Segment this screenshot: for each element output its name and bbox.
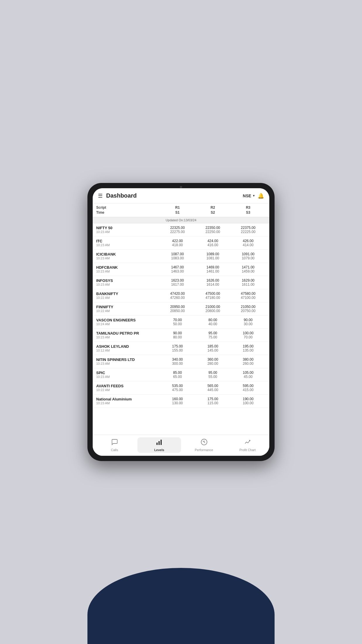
row-r3s3: 195.00 135.00: [230, 344, 266, 352]
s3-value: 20750.00: [241, 309, 256, 313]
row-r2s2: 47500.00 47180.00: [195, 292, 230, 300]
calls-icon: [111, 439, 118, 447]
table-row[interactable]: National Aluminium 10:23 AM 160.00 130.0…: [93, 395, 269, 408]
nav-item-performance[interactable]: Performance: [182, 437, 226, 453]
script-name: ITC: [96, 239, 160, 243]
table-row[interactable]: AVANTI FEEDS 10:22 AM 535.00 475.00 565.…: [93, 381, 269, 395]
script-name: TAMILNADU PETRO PR: [96, 331, 160, 335]
s1-value: 1463.00: [171, 269, 184, 273]
column-headers: Script Time R1 S1 R2 S2 R3 S3: [93, 203, 269, 217]
nav-label-levels: Levels: [154, 448, 164, 452]
script-time: 10:23 AM: [96, 256, 160, 260]
r3-value: 1629.00: [242, 278, 254, 282]
s3-value: 100.00: [243, 401, 254, 405]
s2-value: 1614.00: [206, 282, 219, 287]
script-time: 10:23 AM: [96, 270, 160, 273]
performance-icon: [201, 439, 208, 447]
s1-value: 155.00: [172, 348, 183, 352]
table-row[interactable]: NIFTY 50 10:23 AM 22325.00 22275.00 2235…: [93, 223, 269, 237]
svg-rect-2: [161, 440, 162, 445]
row-r2s2: 360.00 280.00: [195, 357, 230, 366]
s1-value: 47260.00: [170, 296, 185, 300]
r2-value: 1469.00: [206, 265, 219, 269]
table-row[interactable]: VASCON ENGINEERS 10:24 AM 70.00 50.00 80…: [93, 316, 269, 329]
r2-value: 22350.00: [206, 226, 220, 230]
table-container[interactable]: NIFTY 50 10:23 AM 22325.00 22275.00 2235…: [93, 223, 269, 435]
script-time: 10:23 AM: [96, 401, 160, 405]
r3-value: 1091.00: [242, 252, 254, 256]
nav-item-profit-chart[interactable]: Profit Chart: [226, 437, 269, 453]
table-row[interactable]: ITC 10:23 AM 422.00 418.00 424.00 416.00…: [93, 237, 269, 250]
table-row[interactable]: INFOSYS 10:23 AM 1623.00 1617.00 1626.00…: [93, 276, 269, 289]
row-r1s1: 70.00 50.00: [160, 318, 195, 326]
row-r1s1: 340.00 300.00: [160, 357, 195, 366]
table-row[interactable]: ASHOK LEYLAND 10:12 AM 175.00 155.00 185…: [93, 342, 269, 355]
notification-bell-icon[interactable]: 🔔: [258, 193, 264, 199]
table-row[interactable]: HDFCBANK 10:23 AM 1467.00 1463.00 1469.0…: [93, 263, 269, 276]
nav-item-calls[interactable]: Calls: [93, 437, 136, 453]
script-name: FINNIFTY: [96, 305, 160, 309]
row-r2s2: 1626.00 1614.00: [195, 278, 230, 287]
nav-label-calls: Calls: [111, 448, 118, 452]
s2-value: 1461.00: [206, 269, 219, 273]
script-time: 10:23 AM: [96, 362, 160, 365]
tablet-screen: ☰ Dashboard NSE ▼ 🔔 Script Time R1: [93, 188, 269, 456]
table-row[interactable]: NITIN SPINNERS LTD 10:23 AM 340.00 300.0…: [93, 355, 269, 368]
r2-value: 47500.00: [206, 292, 220, 296]
r2-value: 565.00: [207, 384, 218, 388]
script-name: NITIN SPINNERS LTD: [96, 357, 160, 362]
r2-value: 95.00: [208, 331, 217, 335]
r3-value: 22375.00: [241, 226, 256, 230]
s3-value: 1611.00: [242, 282, 254, 287]
r1-value: 22325.00: [170, 226, 185, 230]
row-script: HDFCBANK 10:23 AM: [96, 265, 160, 273]
script-name: HDFCBANK: [96, 265, 160, 270]
row-r1s1: 20950.00 20850.00: [160, 305, 195, 313]
s3-value: 260.00: [243, 362, 254, 366]
r3-value: 195.00: [243, 344, 254, 348]
table-row[interactable]: FINNIFTY 10:22 AM 20950.00 20850.00 2100…: [93, 302, 269, 316]
row-r1s1: 535.00 475.00: [160, 384, 195, 392]
table-row[interactable]: SPIC 10:23 AM 85.00 65.00 95.00 55.00 10…: [93, 368, 269, 381]
s1-value: 1617.00: [171, 282, 184, 287]
row-script: National Aluminium 10:23 AM: [96, 397, 160, 405]
script-name: INFOSYS: [96, 278, 160, 283]
row-r2s2: 95.00 55.00: [195, 371, 230, 379]
script-time: 10:22 AM: [96, 309, 160, 313]
menu-icon[interactable]: ☰: [98, 193, 103, 199]
s2-value: 40.00: [208, 322, 217, 326]
r1-value: 535.00: [172, 384, 183, 388]
script-time: 10:22 AM: [96, 296, 160, 299]
row-r2s2: 424.00 416.00: [195, 239, 230, 247]
row-r1s1: 22325.00 22275.00: [160, 226, 195, 234]
script-time: 10:23 AM: [96, 375, 160, 378]
row-r2s2: 21000.00 20800.00: [195, 305, 230, 313]
exchange-selector[interactable]: NSE ▼: [243, 193, 255, 198]
table-row[interactable]: ICICIBANK 10:23 AM 1087.00 1083.00 1089.…: [93, 250, 269, 263]
nav-item-levels[interactable]: Levels: [137, 437, 181, 453]
row-r1s1: 1467.00 1463.00: [160, 265, 195, 273]
script-name: VASCON ENGINEERS: [96, 318, 160, 322]
row-r2s2: 565.00 445.00: [195, 384, 230, 392]
row-script: VASCON ENGINEERS 10:24 AM: [96, 318, 160, 326]
r2-value: 424.00: [207, 239, 218, 243]
r3-value: 100.00: [243, 331, 254, 335]
col-script: Script Time: [96, 205, 160, 215]
row-r2s2: 185.00 145.00: [195, 344, 230, 352]
s3-value: 70.00: [244, 335, 253, 339]
script-name: ASHOK LEYLAND: [96, 344, 160, 349]
col-r1s1: R1 S1: [160, 205, 195, 215]
row-r1s1: 90.00 80.00: [160, 331, 195, 339]
tablet-frame: ☰ Dashboard NSE ▼ 🔔 Script Time R1: [87, 183, 275, 461]
r1-value: 47420.00: [170, 292, 185, 296]
update-banner: Updated On:13/03/24: [93, 217, 269, 223]
row-script: SPIC 10:23 AM: [96, 371, 160, 378]
r3-value: 105.00: [243, 371, 254, 375]
r1-value: 85.00: [173, 371, 182, 375]
script-name: ICICIBANK: [96, 252, 160, 256]
s1-value: 22275.00: [170, 230, 185, 234]
r1-value: 1467.00: [171, 265, 184, 269]
table-row[interactable]: BANKNIFTY 10:22 AM 47420.00 47260.00 475…: [93, 289, 269, 302]
background-shape: [87, 568, 275, 644]
table-row[interactable]: TAMILNADU PETRO PR 10:23 AM 90.00 80.00 …: [93, 329, 269, 342]
